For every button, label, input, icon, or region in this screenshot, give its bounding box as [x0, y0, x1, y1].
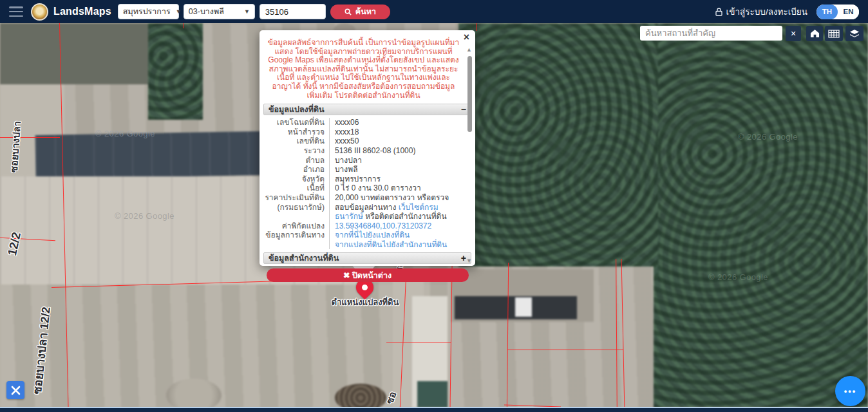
more-options-fab[interactable]: ••• — [835, 376, 865, 406]
layers-button[interactable] — [845, 26, 863, 41]
parcel-info-popup: × ข้อมูลผลลัพธ์จากการสืบค้นนี้ เป็นการนำ… — [259, 30, 475, 266]
layers-icon — [849, 29, 860, 39]
chevron-down-icon: ▼ — [176, 8, 182, 15]
home-button[interactable] — [806, 26, 823, 41]
field-text: xxxx06 — [335, 118, 359, 127]
field-link[interactable]: 13.59346840,100.73120372 — [335, 221, 431, 230]
chevron-down-icon: ▼ — [244, 8, 250, 15]
field-label: เนื้อที่ — [263, 183, 329, 193]
map-teal-strip — [417, 381, 451, 407]
parcel-line — [476, 23, 477, 31]
bottom-bar — [0, 407, 868, 412]
close-icon: ✖ — [343, 271, 350, 280]
field-value: บางพลี — [329, 165, 462, 174]
info-row: ข้อมูลการเดินทางจากที่นี่ไปยังแปลงที่ดิน… — [263, 230, 462, 249]
district-select[interactable]: 03-บางพลี ▼ — [184, 4, 255, 19]
expand-icon[interactable]: + — [461, 254, 466, 263]
field-label: ข้อมูลการเดินทาง — [263, 230, 329, 249]
top-header-bar: LandsMaps สมุทรปราการ ▼ 03-บางพลี ▼ ค้นห… — [0, 0, 868, 23]
field-link[interactable]: จากแปลงที่ดินไปยังสำนักงานที่ดิน — [335, 240, 462, 250]
field-text: หรือติดต่อสำนักงานที่ดิน — [363, 212, 447, 221]
draw-measure-icon — [10, 385, 21, 396]
field-label: อำเภอ — [263, 165, 329, 174]
section-land-office[interactable]: ข้อมูลสำนักงานที่ดิน + — [263, 252, 471, 264]
search-button[interactable]: ค้นหา — [330, 5, 390, 19]
search-icon — [344, 8, 352, 15]
province-select-value: สมุทรปราการ — [123, 5, 171, 18]
place-search-input[interactable] — [640, 26, 782, 41]
map-forest-right — [652, 23, 868, 407]
info-row: ราคาประเมินที่ดิน (กรมธนารักษ์)20,000 บา… — [263, 193, 462, 221]
field-text: บางพลี — [335, 165, 357, 174]
parcel-marker-label: ตำแหน่งแปลงที่ดิน — [324, 295, 406, 309]
section-parcel-info[interactable]: ข้อมูลแปลงที่ดิน − — [263, 104, 471, 115]
login-register-label: เข้าสู่ระบบ/ลงทะเบียน — [726, 5, 807, 19]
province-select[interactable]: สมุทรปราการ ▼ — [118, 4, 179, 19]
info-row: เลขโฉนดที่ดินxxxx06 — [263, 118, 462, 127]
info-row: หน้าสำรวจxxxx18 — [263, 127, 462, 137]
info-row: ตำบลบางปลา — [263, 156, 462, 165]
field-text: 5136 III 8602-08 (1000) — [335, 146, 415, 155]
field-text: xxxx18 — [335, 127, 359, 136]
field-value: 5136 III 8602-08 (1000) — [329, 146, 462, 156]
clear-search-button[interactable]: × — [786, 26, 801, 41]
search-button-label: ค้นหา — [355, 5, 376, 18]
section-title: ข้อมูลแปลงที่ดิน — [269, 103, 325, 116]
lang-th-button[interactable]: TH — [816, 5, 838, 19]
district-select-value: 03-บางพลี — [189, 5, 224, 18]
field-value: xxxx06 — [329, 118, 462, 127]
map-white-car — [515, 297, 532, 317]
login-register-link[interactable]: เข้าสู่ระบบ/ลงทะเบียน — [715, 5, 807, 19]
language-toggle: TH EN — [816, 5, 859, 19]
grid-button[interactable] — [825, 26, 843, 41]
popup-scrollbar[interactable] — [467, 56, 472, 132]
parcel-line — [507, 350, 623, 350]
parcel-info-rows: เลขโฉนดที่ดินxxxx06หน้าสำรวจxxxx18เลขที่… — [259, 115, 475, 250]
disclaimer-text: ข้อมูลผลลัพธ์จากการสืบค้นนี้ เป็นการนำข้… — [267, 39, 460, 100]
field-label: จังหวัด — [263, 174, 329, 184]
map-forest-mid — [458, 23, 658, 281]
landsmaps-app: ซอยบางปลา 12/2 ซอยบางปลา 12/2 ซอ ซอ © 20… — [0, 0, 868, 412]
section-title: ข้อมูลสำนักงานที่ดิน — [269, 252, 339, 265]
field-value: จากที่นี่ไปยังแปลงที่ดินจากแปลงที่ดินไปย… — [329, 230, 462, 249]
parcel-number-input[interactable] — [259, 4, 326, 19]
menu-icon[interactable] — [9, 6, 23, 17]
close-window-button[interactable]: ✖ ปิดหน้าต่าง — [267, 268, 469, 282]
field-label: ตำบล — [263, 156, 329, 165]
scroll-down-icon[interactable]: ▼ — [466, 258, 472, 264]
field-value: xxxx18 — [329, 127, 462, 137]
field-label: ระวาง — [263, 146, 329, 156]
scroll-up-icon[interactable]: ▲ — [466, 46, 472, 53]
field-label: เลขที่ดิน — [263, 136, 329, 146]
grid-icon — [828, 30, 840, 38]
map-trees — [148, 23, 203, 120]
field-label: ค่าพิกัดแปลง — [263, 221, 329, 231]
field-link[interactable]: จากที่นี่ไปยังแปลงที่ดิน — [335, 230, 462, 240]
field-value: 13.59346840,100.73120372 — [329, 221, 462, 231]
lang-en-button[interactable]: EN — [838, 5, 859, 19]
field-value: 0 ไร่ 0 งาน 30.0 ตารางวา — [329, 183, 462, 193]
google-watermark: © 2026 Google — [95, 129, 155, 138]
field-label: เลขโฉนดที่ดิน — [263, 118, 329, 127]
info-row: จังหวัดสมุทรปราการ — [263, 174, 462, 184]
lands-department-logo — [31, 3, 48, 21]
field-text: บางปลา — [335, 156, 362, 165]
google-watermark: © 2026 Google — [115, 211, 175, 221]
field-value: บางปลา — [329, 156, 462, 165]
info-row: เนื้อที่0 ไร่ 0 งาน 30.0 ตารางวา — [263, 183, 462, 193]
parcel-line — [184, 23, 184, 28]
field-label: ราคาประเมินที่ดิน (กรมธนารักษ์) — [263, 193, 329, 221]
field-value: สมุทรปราการ — [329, 174, 462, 184]
field-text: สมุทรปราการ — [335, 174, 381, 183]
measure-tools-button[interactable] — [6, 381, 24, 399]
popup-close-icon[interactable]: × — [464, 32, 469, 43]
close-window-label: ปิดหน้าต่าง — [352, 271, 392, 280]
field-text: 0 ไร่ 0 งาน 30.0 ตารางวา — [335, 183, 421, 192]
info-row: ระวาง5136 III 8602-08 (1000) — [263, 146, 462, 156]
info-row: ค่าพิกัดแปลง13.59346840,100.73120372 — [263, 221, 462, 231]
app-title: LandsMaps — [53, 6, 111, 17]
field-text: xxxx50 — [335, 136, 359, 145]
google-watermark: © 2026 Google — [738, 132, 798, 142]
collapse-icon[interactable]: − — [461, 105, 466, 114]
parcel-line — [386, 342, 451, 342]
